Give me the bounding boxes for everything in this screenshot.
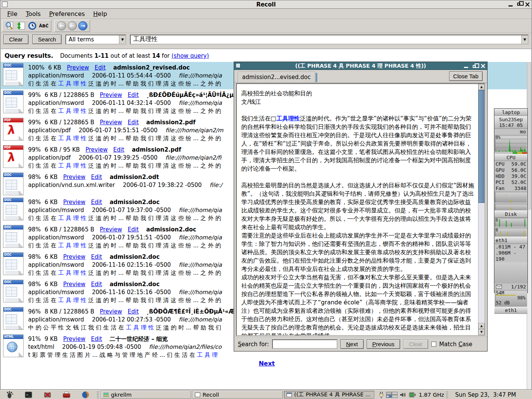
restore-button[interactable] <box>516 1 522 8</box>
typewriter-icon[interactable] <box>61 391 72 399</box>
eth1-label[interactable]: eth1 <box>494 237 527 244</box>
recoll-titlebar[interactable]: Recoll × <box>0 0 532 9</box>
preview-scrollbar[interactable]: ▲ ▲ ▼ <box>478 84 484 335</box>
advanced-search-icon[interactable] <box>5 21 14 31</box>
file-size: 6 KB / 1228865 B <box>44 92 94 98</box>
next-page-icon[interactable]: → <box>78 21 87 30</box>
edit-link[interactable]: Edit <box>91 253 102 260</box>
show-query-link[interactable]: (show query) <box>171 52 209 59</box>
fs-volume-panel[interactable]: 54M 98% 52 dB <box>495 290 527 307</box>
close-tab-button[interactable]: Close Tab <box>449 71 483 81</box>
match-case-checkbox[interactable] <box>431 342 436 347</box>
query-combo[interactable]: ▼ <box>130 35 529 44</box>
firefox-icon[interactable] <box>80 391 91 399</box>
preview-link[interactable]: Preview <box>86 146 108 153</box>
panel-handle[interactable] <box>97 391 99 398</box>
edit-link[interactable]: Edit <box>91 336 102 342</box>
file-size: 6 KB <box>44 253 57 260</box>
preview-link[interactable]: Preview <box>67 64 89 71</box>
gnome-menu-icon[interactable] <box>4 391 15 399</box>
cpufreq-battery-icon[interactable] <box>409 392 416 398</box>
taskbar-task-preview[interactable]: ((工 PHRASE 4 具 PHRASE ... <box>284 391 374 399</box>
scrollbar-thumb[interactable] <box>478 90 484 203</box>
disk-chart-1[interactable]: 0 <box>495 218 527 227</box>
preview-link[interactable]: Preview <box>100 92 122 98</box>
edit-link[interactable]: Edit <box>128 308 139 315</box>
edit-link[interactable]: Edit <box>128 92 139 98</box>
edit-link[interactable]: Edit <box>113 146 124 153</box>
file-url: file:///home/qia <box>179 289 222 296</box>
preview-link[interactable]: Preview <box>100 226 122 233</box>
edit-link[interactable]: Edit <box>91 174 102 180</box>
find-clear-button[interactable]: Clear <box>403 339 428 349</box>
history-clock-icon[interactable] <box>27 21 37 31</box>
preview-link[interactable]: Preview <box>63 336 85 342</box>
next-page-link[interactable]: Next <box>259 360 275 367</box>
chevron-down-icon[interactable]: ▼ <box>521 35 528 44</box>
preview-link[interactable]: Preview <box>63 174 85 180</box>
prev-page-icon[interactable]: ← <box>68 21 77 30</box>
panel-handle[interactable] <box>446 391 448 398</box>
file-type-icon: HTML λ <box>3 334 24 357</box>
minimize-button[interactable] <box>463 63 470 70</box>
minimize-button[interactable] <box>507 1 514 8</box>
mail-monitor[interactable]: 1/192 <box>494 283 527 290</box>
find-next-button[interactable]: Next <box>340 339 364 349</box>
search-button[interactable]: Search <box>32 35 62 44</box>
menu-preferences[interactable]: Preferences <box>45 10 89 18</box>
iface-bottom-label[interactable]: eth1 <box>494 307 527 314</box>
preview-link[interactable]: Preview <box>100 308 122 315</box>
menu-file[interactable]: File <box>3 10 21 18</box>
cpu-chart[interactable]: 0% <box>495 135 527 152</box>
terminal-icon[interactable]: >_ <box>23 391 34 399</box>
cpu-section-label[interactable]: CPU <box>494 154 527 161</box>
snippet: 们 生 活 在 工 具 理 性 泛 滥 的 时 ... 帮 助 我 们 理 清 … <box>28 162 221 170</box>
scroll-up-icon[interactable]: ▲ <box>478 84 484 90</box>
query-results-title: Query results. <box>5 52 53 59</box>
scroll-up-icon[interactable]: ▲ <box>478 323 484 329</box>
fan-chart[interactable] <box>495 192 527 203</box>
search-input[interactable] <box>131 35 521 44</box>
mimetype: application/msword <box>28 289 84 296</box>
menu-help[interactable]: Help <box>89 10 111 18</box>
workspace-pager-icon[interactable] <box>386 392 397 398</box>
edit-link[interactable]: Edit <box>91 281 102 288</box>
preview-link[interactable]: Preview <box>100 119 122 126</box>
disk-chart-2[interactable]: 0 <box>495 228 527 237</box>
close-button[interactable]: × <box>524 1 531 8</box>
power-plug-icon[interactable] <box>378 391 384 398</box>
scroll-down-icon[interactable]: ▼ <box>478 329 484 335</box>
find-input[interactable] <box>272 339 337 349</box>
edit-link[interactable]: Edit <box>128 119 139 126</box>
chevron-down-icon[interactable]: ▼ <box>119 35 125 44</box>
disk-section-label[interactable]: Disk <box>494 211 527 218</box>
volume-speaker-icon[interactable] <box>400 392 407 398</box>
edit-link[interactable]: Edit <box>91 199 102 206</box>
close-button[interactable]: × <box>480 63 486 70</box>
sort-params-icon[interactable] <box>16 21 26 31</box>
preview-link[interactable]: Preview <box>63 199 85 206</box>
fan-chart-2[interactable] <box>495 204 527 211</box>
keyboard-disable-icon[interactable] <box>42 391 53 399</box>
hostname-label[interactable]: laptop <box>494 109 527 116</box>
doc-page-icon <box>6 205 17 215</box>
mimetype: text/html <box>28 344 54 350</box>
taskbar-task-gkrellm[interactable]: gkrellm <box>101 391 191 399</box>
file-size: 8 KB / 1228865 B <box>44 308 94 315</box>
preview-titlebar[interactable]: ((工 PHRASE 4 具 PHRASE 4 理 PHRASE 4 性)) × <box>234 62 487 70</box>
preview-link[interactable]: Preview <box>63 253 85 260</box>
taskbar-task-recoll[interactable]: Recoll <box>192 391 283 399</box>
clear-button[interactable]: Clear <box>3 35 28 44</box>
window-title: Recoll <box>0 1 532 8</box>
edit-link[interactable]: Edit <box>95 64 106 71</box>
menu-tools[interactable]: Tools <box>22 10 44 18</box>
maximize-button[interactable] <box>471 63 478 70</box>
term-explorer-icon[interactable]: ÅBĈ <box>39 21 49 31</box>
find-previous-button[interactable]: Previous <box>367 339 400 349</box>
edit-link[interactable]: Edit <box>128 226 139 233</box>
preview-link[interactable]: Preview <box>63 281 85 288</box>
first-page-icon[interactable]: ← <box>57 21 66 30</box>
taskbar-clock[interactable]: Sun Sep 23, 3:47 PM <box>455 391 520 398</box>
tab-document[interactable]: admission2...evised.doc <box>238 72 315 82</box>
search-mode-select[interactable]: All terms ▼ <box>65 35 126 44</box>
